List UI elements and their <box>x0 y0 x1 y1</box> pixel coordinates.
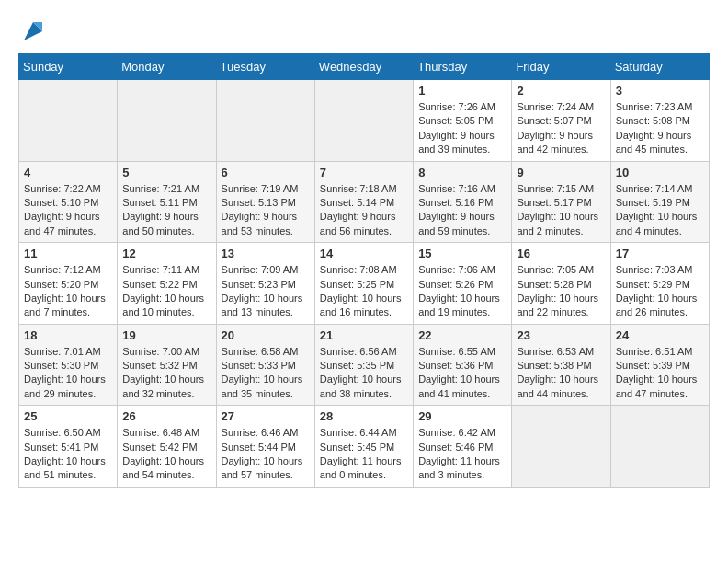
calendar-week-row: 1Sunrise: 7:26 AM Sunset: 5:05 PM Daylig… <box>19 80 710 162</box>
day-info: Sunrise: 7:00 AM Sunset: 5:32 PM Dayligh… <box>122 345 210 402</box>
day-number: 26 <box>122 409 210 423</box>
day-info: Sunrise: 7:01 AM Sunset: 5:30 PM Dayligh… <box>24 345 112 402</box>
calendar-cell: 13Sunrise: 7:09 AM Sunset: 5:23 PM Dayli… <box>216 243 314 325</box>
calendar-cell: 24Sunrise: 6:51 AM Sunset: 5:39 PM Dayli… <box>610 324 709 406</box>
calendar-cell: 4Sunrise: 7:22 AM Sunset: 5:10 PM Daylig… <box>19 161 118 243</box>
calendar-cell: 19Sunrise: 7:00 AM Sunset: 5:32 PM Dayli… <box>118 324 216 406</box>
calendar-cell: 9Sunrise: 7:15 AM Sunset: 5:17 PM Daylig… <box>512 161 610 243</box>
day-number: 3 <box>616 84 704 98</box>
calendar-week-row: 18Sunrise: 7:01 AM Sunset: 5:30 PM Dayli… <box>19 324 710 406</box>
day-number: 24 <box>616 328 704 342</box>
calendar-cell: 7Sunrise: 7:18 AM Sunset: 5:14 PM Daylig… <box>314 161 413 243</box>
day-number: 21 <box>320 328 408 342</box>
day-header-row: SundayMondayTuesdayWednesdayThursdayFrid… <box>19 54 710 80</box>
day-info: Sunrise: 6:50 AM Sunset: 5:41 PM Dayligh… <box>24 426 112 483</box>
calendar-cell: 8Sunrise: 7:16 AM Sunset: 5:16 PM Daylig… <box>414 161 512 243</box>
calendar-cell: 18Sunrise: 7:01 AM Sunset: 5:30 PM Dayli… <box>19 324 118 406</box>
calendar-week-row: 25Sunrise: 6:50 AM Sunset: 5:41 PM Dayli… <box>19 406 710 488</box>
day-info: Sunrise: 7:22 AM Sunset: 5:10 PM Dayligh… <box>24 182 112 239</box>
day-of-week-header: Friday <box>512 54 610 80</box>
day-info: Sunrise: 6:51 AM Sunset: 5:39 PM Dayligh… <box>616 345 704 402</box>
day-number: 22 <box>418 328 506 342</box>
logo <box>18 18 46 44</box>
calendar-cell: 15Sunrise: 7:06 AM Sunset: 5:26 PM Dayli… <box>414 243 512 325</box>
day-of-week-header: Saturday <box>610 54 709 80</box>
calendar-cell: 10Sunrise: 7:14 AM Sunset: 5:19 PM Dayli… <box>610 161 709 243</box>
day-info: Sunrise: 7:24 AM Sunset: 5:07 PM Dayligh… <box>517 100 605 157</box>
day-number: 28 <box>320 409 408 423</box>
day-number: 23 <box>517 328 605 342</box>
day-info: Sunrise: 7:12 AM Sunset: 5:20 PM Dayligh… <box>24 263 112 320</box>
day-info: Sunrise: 7:11 AM Sunset: 5:22 PM Dayligh… <box>122 263 210 320</box>
day-number: 27 <box>222 409 310 423</box>
calendar-cell: 6Sunrise: 7:19 AM Sunset: 5:13 PM Daylig… <box>216 161 314 243</box>
calendar-cell <box>610 406 709 488</box>
day-info: Sunrise: 6:58 AM Sunset: 5:33 PM Dayligh… <box>222 345 310 402</box>
day-info: Sunrise: 6:55 AM Sunset: 5:36 PM Dayligh… <box>418 345 506 402</box>
calendar-cell: 26Sunrise: 6:48 AM Sunset: 5:42 PM Dayli… <box>118 406 216 488</box>
day-info: Sunrise: 6:48 AM Sunset: 5:42 PM Dayligh… <box>122 426 210 483</box>
calendar-cell: 21Sunrise: 6:56 AM Sunset: 5:35 PM Dayli… <box>314 324 413 406</box>
day-number: 25 <box>24 409 112 423</box>
calendar-cell: 17Sunrise: 7:03 AM Sunset: 5:29 PM Dayli… <box>610 243 709 325</box>
day-info: Sunrise: 7:15 AM Sunset: 5:17 PM Dayligh… <box>517 182 605 239</box>
day-number: 7 <box>320 166 408 179</box>
calendar-cell: 11Sunrise: 7:12 AM Sunset: 5:20 PM Dayli… <box>19 243 118 325</box>
day-info: Sunrise: 7:08 AM Sunset: 5:25 PM Dayligh… <box>320 263 408 320</box>
calendar-cell: 14Sunrise: 7:08 AM Sunset: 5:25 PM Dayli… <box>314 243 413 325</box>
day-number: 13 <box>222 247 310 260</box>
day-info: Sunrise: 7:16 AM Sunset: 5:16 PM Dayligh… <box>418 182 506 239</box>
day-info: Sunrise: 6:44 AM Sunset: 5:45 PM Dayligh… <box>320 426 408 483</box>
calendar-cell: 28Sunrise: 6:44 AM Sunset: 5:45 PM Dayli… <box>314 406 413 488</box>
calendar-week-row: 4Sunrise: 7:22 AM Sunset: 5:10 PM Daylig… <box>19 161 710 243</box>
calendar-cell: 20Sunrise: 6:58 AM Sunset: 5:33 PM Dayli… <box>216 324 314 406</box>
day-info: Sunrise: 7:03 AM Sunset: 5:29 PM Dayligh… <box>616 263 704 320</box>
day-number: 10 <box>616 166 704 179</box>
calendar-cell <box>216 80 314 162</box>
day-info: Sunrise: 7:21 AM Sunset: 5:11 PM Dayligh… <box>122 182 210 239</box>
day-number: 15 <box>418 247 506 260</box>
calendar-cell: 3Sunrise: 7:23 AM Sunset: 5:08 PM Daylig… <box>610 80 709 162</box>
day-info: Sunrise: 7:23 AM Sunset: 5:08 PM Dayligh… <box>616 100 704 157</box>
calendar-week-row: 11Sunrise: 7:12 AM Sunset: 5:20 PM Dayli… <box>19 243 710 325</box>
day-info: Sunrise: 7:26 AM Sunset: 5:05 PM Dayligh… <box>418 100 506 157</box>
day-number: 4 <box>24 166 112 179</box>
calendar-cell <box>118 80 216 162</box>
day-number: 18 <box>24 328 112 342</box>
day-number: 9 <box>517 166 605 179</box>
day-info: Sunrise: 7:09 AM Sunset: 5:23 PM Dayligh… <box>222 263 310 320</box>
day-info: Sunrise: 6:46 AM Sunset: 5:44 PM Dayligh… <box>222 426 310 483</box>
calendar-cell <box>19 80 118 162</box>
day-number: 17 <box>616 247 704 260</box>
day-of-week-header: Monday <box>118 54 216 80</box>
day-number: 1 <box>418 84 506 98</box>
day-info: Sunrise: 6:56 AM Sunset: 5:35 PM Dayligh… <box>320 345 408 402</box>
calendar-cell: 25Sunrise: 6:50 AM Sunset: 5:41 PM Dayli… <box>19 406 118 488</box>
day-info: Sunrise: 7:06 AM Sunset: 5:26 PM Dayligh… <box>418 263 506 320</box>
day-number: 16 <box>517 247 605 260</box>
day-of-week-header: Thursday <box>414 54 512 80</box>
day-info: Sunrise: 7:19 AM Sunset: 5:13 PM Dayligh… <box>222 182 310 239</box>
calendar-cell <box>314 80 413 162</box>
calendar-header: SundayMondayTuesdayWednesdayThursdayFrid… <box>19 54 710 80</box>
calendar-cell: 16Sunrise: 7:05 AM Sunset: 5:28 PM Dayli… <box>512 243 610 325</box>
day-of-week-header: Tuesday <box>216 54 314 80</box>
calendar-cell: 5Sunrise: 7:21 AM Sunset: 5:11 PM Daylig… <box>118 161 216 243</box>
calendar-cell: 27Sunrise: 6:46 AM Sunset: 5:44 PM Dayli… <box>216 406 314 488</box>
page-header <box>18 18 710 44</box>
day-number: 8 <box>418 166 506 179</box>
calendar-cell: 23Sunrise: 6:53 AM Sunset: 5:38 PM Dayli… <box>512 324 610 406</box>
calendar-body: 1Sunrise: 7:26 AM Sunset: 5:05 PM Daylig… <box>19 80 710 488</box>
day-info: Sunrise: 6:53 AM Sunset: 5:38 PM Dayligh… <box>517 345 605 402</box>
calendar-cell: 29Sunrise: 6:42 AM Sunset: 5:46 PM Dayli… <box>414 406 512 488</box>
day-info: Sunrise: 7:18 AM Sunset: 5:14 PM Dayligh… <box>320 182 408 239</box>
calendar-cell <box>512 406 610 488</box>
day-number: 6 <box>222 166 310 179</box>
day-number: 5 <box>122 166 210 179</box>
calendar-cell: 22Sunrise: 6:55 AM Sunset: 5:36 PM Dayli… <box>414 324 512 406</box>
day-number: 2 <box>517 84 605 98</box>
day-of-week-header: Sunday <box>19 54 118 80</box>
day-number: 11 <box>24 247 112 260</box>
day-info: Sunrise: 7:05 AM Sunset: 5:28 PM Dayligh… <box>517 263 605 320</box>
calendar-table: SundayMondayTuesdayWednesdayThursdayFrid… <box>18 53 710 488</box>
